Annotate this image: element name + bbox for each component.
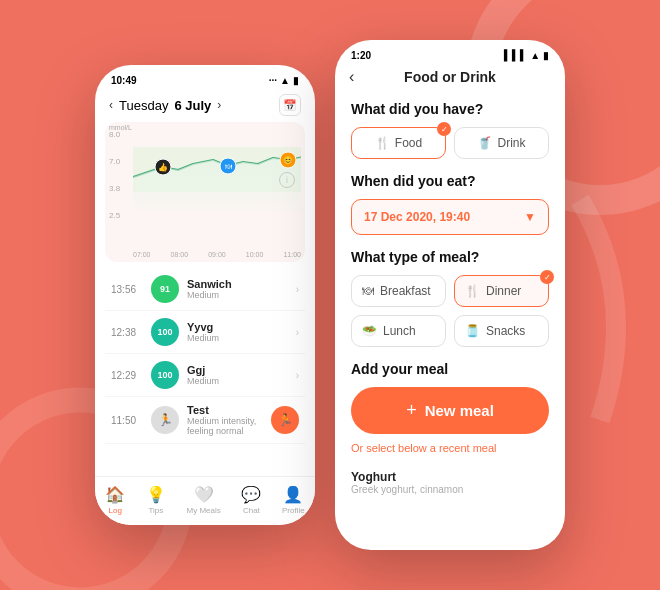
chart-unit: mmol/L (109, 124, 132, 131)
meal-description: Medium (187, 333, 288, 343)
dinner-check-badge: ✓ (540, 270, 554, 284)
left-status-time: 10:49 (111, 75, 137, 86)
date-nav: ‹ Tuesday 6 July › (109, 98, 221, 113)
right-phone: 1:20 ▍▍▍ ▲ ▮ ‹ Food or Drink What did yo… (335, 40, 565, 550)
svg-text:🍽: 🍽 (225, 163, 232, 170)
svg-text:👍: 👍 (158, 162, 168, 172)
table-row[interactable]: 12:29 100 Ggj Medium › (105, 354, 305, 397)
meal-info: Ggj Medium (187, 364, 288, 386)
add-meal-section: Add your meal + New meal Or select below… (351, 361, 549, 501)
datetime-value: 17 Dec 2020, 19:40 (364, 210, 470, 224)
exercise-icon: 🏃 (271, 406, 299, 434)
question-food-or-drink: What did you have? (351, 101, 549, 117)
chart-y-labels: 8.0 7.0 3.8 2.5 (109, 130, 120, 220)
list-item[interactable]: Yoghurt Greek yoghurt, cinnamon (351, 464, 549, 501)
prev-day-button[interactable]: ‹ (109, 98, 113, 112)
nav-label-mymeals: My Meals (187, 506, 221, 515)
home-icon: 🏠 (105, 485, 125, 504)
meal-name: Test (187, 404, 263, 416)
meal-type-snacks[interactable]: 🫙 Snacks (454, 315, 549, 347)
nav-label-profile: Profile (282, 506, 305, 515)
lunch-icon: 🥗 (362, 324, 377, 338)
dinner-icon: 🍴 (465, 284, 480, 298)
meal-type-dinner[interactable]: 🍴 Dinner ✓ (454, 275, 549, 307)
chevron-right-icon: › (296, 327, 299, 338)
phones-container: 10:49 ··· ▲ ▮ ‹ Tuesday 6 July › 📅 8.0 7… (95, 40, 565, 550)
score-badge: 100 (151, 361, 179, 389)
score-badge: 🏃 (151, 406, 179, 434)
wifi-icon: ▲ (280, 75, 290, 86)
meal-list: 13:56 91 Sanwich Medium › 12:38 100 Yyvg… (95, 262, 315, 450)
meal-info: Sanwich Medium (187, 278, 288, 300)
meal-type-breakfast[interactable]: 🍽 Breakfast (351, 275, 446, 307)
chat-icon: 💬 (241, 485, 261, 504)
nav-label-chat: Chat (243, 506, 260, 515)
chart-svg: 👍 🍽 😊 (133, 122, 301, 246)
score-badge: 100 (151, 318, 179, 346)
chevron-right-icon: › (296, 284, 299, 295)
meal-type-lunch[interactable]: 🥗 Lunch (351, 315, 446, 347)
nav-item-profile[interactable]: 👤 Profile (282, 485, 305, 515)
food-check-badge: ✓ (437, 122, 451, 136)
wifi-icon: ▲ (530, 50, 540, 61)
new-meal-button[interactable]: + New meal (351, 387, 549, 434)
right-content: What did you have? 🍴 Food ✓ 🥤 Drink When… (335, 93, 565, 509)
meal-description: Medium (187, 376, 288, 386)
chevron-right-icon: › (296, 370, 299, 381)
meal-name: Ggj (187, 364, 288, 376)
page-title: Food or Drink (404, 69, 496, 85)
question-meal-type: What type of meal? (351, 249, 549, 265)
question-when-eat: When did you eat? (351, 173, 549, 189)
new-meal-label: New meal (425, 402, 494, 419)
nav-label-tips: Tips (148, 506, 163, 515)
meal-time: 12:38 (111, 327, 143, 338)
left-status-bar: 10:49 ··· ▲ ▮ (95, 65, 315, 90)
datetime-picker-button[interactable]: 17 Dec 2020, 19:40 ▼ (351, 199, 549, 235)
next-day-button[interactable]: › (217, 98, 221, 112)
heart-icon: 🤍 (194, 485, 214, 504)
drink-option-button[interactable]: 🥤 Drink (454, 127, 549, 159)
food-label: Food (395, 136, 422, 150)
nav-item-tips[interactable]: 💡 Tips (146, 485, 166, 515)
y-label-1: 8.0 (109, 130, 120, 139)
nav-label-log: Log (109, 506, 122, 515)
y-label-3: 3.8 (109, 184, 120, 193)
bottom-navigation: 🏠 Log 💡 Tips 🤍 My Meals 💬 Chat 👤 Profile (95, 476, 315, 525)
meal-time: 12:29 (111, 370, 143, 381)
left-status-icons: ··· ▲ ▮ (269, 75, 299, 86)
right-status-icons: ▍▍▍ ▲ ▮ (504, 50, 549, 61)
y-label-2: 7.0 (109, 157, 120, 166)
drink-label: Drink (497, 136, 525, 150)
chart-x-labels: 07:00 08:00 09:00 10:00 11:00 (133, 251, 301, 258)
top-navigation: ‹ Food or Drink (335, 65, 565, 93)
meal-name: Yyvg (187, 321, 288, 333)
battery-icon: ▮ (543, 50, 549, 61)
dinner-label: Dinner (486, 284, 521, 298)
recent-meal-description: Greek yoghurt, cinnamon (351, 484, 549, 495)
food-icon: 🍴 (375, 136, 390, 150)
back-button[interactable]: ‹ (349, 68, 354, 86)
question-add-meal: Add your meal (351, 361, 549, 377)
right-status-bar: 1:20 ▍▍▍ ▲ ▮ (335, 40, 565, 65)
meal-time: 11:50 (111, 415, 143, 426)
day-label: Tuesday (119, 98, 168, 113)
nav-item-log[interactable]: 🏠 Log (105, 485, 125, 515)
signal-dots: ··· (269, 75, 277, 86)
meal-info: Yyvg Medium (187, 321, 288, 343)
table-row[interactable]: 11:50 🏃 Test Medium intensity, feeling n… (105, 397, 305, 444)
breakfast-label: Breakfast (380, 284, 431, 298)
meal-description: Medium intensity, feeling normal (187, 416, 263, 436)
table-row[interactable]: 13:56 91 Sanwich Medium › (105, 268, 305, 311)
recent-meals-hint: Or select below a recent meal (351, 442, 549, 454)
table-row[interactable]: 12:38 100 Yyvg Medium › (105, 311, 305, 354)
date-navigation: ‹ Tuesday 6 July › 📅 (95, 90, 315, 122)
food-option-button[interactable]: 🍴 Food ✓ (351, 127, 446, 159)
svg-text:😊: 😊 (283, 155, 293, 165)
chart-info-icon[interactable]: i (279, 172, 295, 188)
nav-item-chat[interactable]: 💬 Chat (241, 485, 261, 515)
nav-item-mymeals[interactable]: 🤍 My Meals (187, 485, 221, 515)
lunch-label: Lunch (383, 324, 416, 338)
meal-name: Sanwich (187, 278, 288, 290)
plus-icon: + (406, 400, 417, 421)
calendar-icon[interactable]: 📅 (279, 94, 301, 116)
